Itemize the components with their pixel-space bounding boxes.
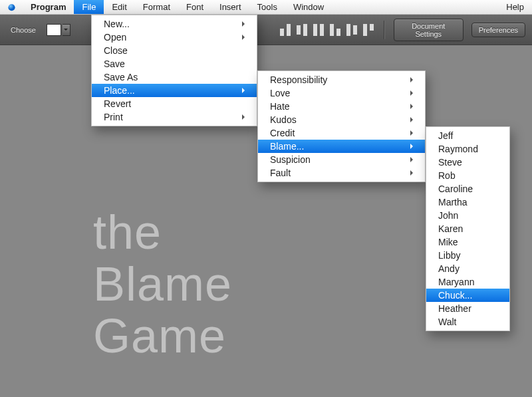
- title-line: the: [93, 206, 232, 258]
- place-menu-item[interactable]: Responsibility: [258, 73, 425, 86]
- menu-item-label: Raymond: [438, 144, 478, 154]
- menu-item-label: Mike: [438, 237, 458, 247]
- blame-menu-item[interactable]: Jeff: [426, 129, 509, 142]
- blame-menu-item[interactable]: Raymond: [426, 142, 509, 156]
- file-menu: New...OpenCloseSaveSave AsPlace...Revert…: [91, 15, 257, 126]
- submenu-arrow-icon: [410, 77, 416, 82]
- menu-format[interactable]: Format: [135, 0, 178, 14]
- align-top-icon[interactable]: [313, 24, 325, 36]
- choose-label: Choose: [11, 26, 36, 34]
- menu-item-label: Credit: [270, 128, 295, 138]
- blame-menu-item[interactable]: Karen: [426, 222, 509, 235]
- file-menu-item[interactable]: Save: [92, 57, 257, 70]
- blame-menu-item[interactable]: Libby: [426, 249, 509, 262]
- menu-item-label: Revert: [104, 98, 131, 109]
- menu-font[interactable]: Font: [178, 0, 211, 14]
- menu-item-label: Caroline: [438, 184, 473, 194]
- blame-menu-item[interactable]: Steve: [426, 156, 509, 169]
- menu-item-label: Hate: [270, 101, 290, 112]
- submenu-arrow-icon: [242, 21, 247, 27]
- blame-menu-item[interactable]: Chuck...: [426, 289, 509, 302]
- menu-edit[interactable]: Edit: [104, 0, 134, 14]
- menu-item-label: Chuck...: [438, 290, 472, 301]
- menu-item-label: Heather: [438, 303, 471, 314]
- place-menu-item[interactable]: Kudos: [258, 113, 425, 126]
- blame-menu-item[interactable]: John: [426, 209, 509, 222]
- blame-menu-item[interactable]: Maryann: [426, 275, 509, 289]
- align-left-icon[interactable]: [329, 24, 341, 36]
- title-line: Game: [93, 310, 232, 362]
- menu-item-label: New...: [104, 19, 130, 29]
- file-menu-item[interactable]: Save As: [92, 70, 257, 84]
- align-group: [279, 24, 374, 36]
- align-center-icon[interactable]: [346, 24, 358, 36]
- submenu-arrow-icon: [410, 157, 416, 162]
- color-swatch-dropdown[interactable]: [47, 24, 70, 36]
- menu-insert[interactable]: Insert: [211, 0, 249, 14]
- menu-item-label: Blame...: [270, 141, 304, 152]
- place-menu-item[interactable]: Suspicion: [258, 153, 425, 166]
- title-line: Blame: [93, 258, 232, 310]
- blame-menu-item[interactable]: Heather: [426, 302, 509, 315]
- align-middle-icon[interactable]: [296, 24, 308, 36]
- blame-menu-item[interactable]: Caroline: [426, 182, 509, 196]
- place-menu-item[interactable]: Blame...: [258, 140, 425, 153]
- menu-item-label: Suspicion: [270, 154, 311, 165]
- place-menu-item[interactable]: Love: [258, 86, 425, 100]
- toolbar-separator: [384, 21, 384, 39]
- place-menu-item[interactable]: Fault: [258, 166, 425, 180]
- menu-item-label: Rob: [438, 170, 456, 181]
- chevron-down-icon: [63, 24, 70, 36]
- menu-item-label: Fault: [270, 168, 291, 178]
- menu-program[interactable]: Program: [23, 0, 74, 14]
- document-settings-button[interactable]: Document Settings: [394, 19, 464, 41]
- menubar: Program FileEditFormatFontInsertToolsWin…: [0, 0, 532, 15]
- place-menu-item[interactable]: Credit: [258, 126, 425, 140]
- file-menu-item[interactable]: Open: [92, 31, 257, 44]
- apple-icon[interactable]: [0, 0, 23, 14]
- toolbar: Choose Document Settings Preferences: [0, 15, 532, 45]
- page-title: the Blame Game: [93, 206, 232, 362]
- menu-item-label: Responsibility: [270, 74, 327, 85]
- menu-item-label: Save: [104, 59, 125, 69]
- menubar-spacer: [332, 0, 498, 14]
- preferences-button[interactable]: Preferences: [471, 23, 525, 37]
- svg-point-0: [8, 4, 15, 11]
- align-bottom-icon[interactable]: [279, 24, 291, 36]
- blame-menu-item[interactable]: Mike: [426, 235, 509, 249]
- submenu-arrow-icon: [410, 90, 416, 96]
- menu-item-label: Open: [104, 32, 126, 43]
- submenu-arrow-icon: [242, 88, 247, 93]
- menu-item-label: Libby: [438, 250, 460, 261]
- file-menu-item[interactable]: Revert: [92, 97, 257, 110]
- menu-item-label: Andy: [438, 263, 460, 274]
- menu-item-label: Steve: [438, 157, 462, 168]
- menu-item-label: Jeff: [438, 130, 453, 141]
- menu-item-label: Save As: [104, 72, 138, 82]
- blame-menu-item[interactable]: Rob: [426, 169, 509, 182]
- menu-file[interactable]: File: [74, 0, 104, 14]
- menu-item-label: Print: [104, 112, 123, 122]
- submenu-arrow-icon: [410, 170, 416, 176]
- file-menu-item[interactable]: New...: [92, 17, 257, 31]
- blame-menu-item[interactable]: Walt: [426, 315, 509, 329]
- submenu-arrow-icon: [242, 114, 247, 120]
- menu-item-label: Karen: [438, 223, 463, 234]
- menu-help[interactable]: Help: [498, 0, 532, 14]
- menu-item-label: Kudos: [270, 114, 297, 125]
- menu-item-label: Place...: [104, 85, 135, 96]
- submenu-arrow-icon: [410, 130, 416, 136]
- blame-menu-item[interactable]: Andy: [426, 262, 509, 275]
- blame-submenu: JeffRaymondSteveRobCarolineMarthaJohnKar…: [426, 126, 510, 331]
- file-menu-item[interactable]: Place...: [92, 84, 257, 97]
- file-menu-item[interactable]: Close: [92, 44, 257, 57]
- blame-menu-item[interactable]: Martha: [426, 196, 509, 209]
- menu-window[interactable]: Window: [285, 0, 332, 14]
- color-swatch: [47, 24, 61, 36]
- menu-tools[interactable]: Tools: [249, 0, 285, 14]
- place-submenu: ResponsibilityLoveHateKudosCreditBlame..…: [257, 70, 426, 182]
- file-menu-item[interactable]: Print: [92, 110, 257, 124]
- align-right-icon[interactable]: [362, 24, 374, 36]
- menu-item-label: Martha: [438, 197, 467, 207]
- place-menu-item[interactable]: Hate: [258, 100, 425, 113]
